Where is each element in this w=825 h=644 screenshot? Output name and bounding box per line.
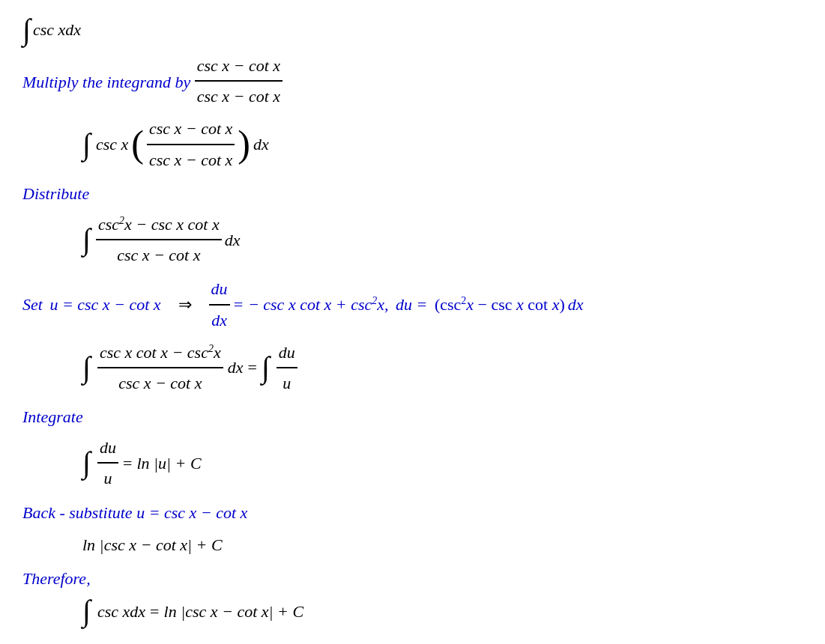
left-paren-1: ( [131, 128, 144, 160]
dx-2: dx [225, 227, 241, 253]
distribute-label: Distribute [22, 180, 803, 207]
du-dx-num: du [209, 276, 230, 305]
dist-frac2-den: csc x − cot x [115, 240, 202, 268]
csc-frac-rewrite-num: csc x cot x − csc2x [97, 339, 223, 368]
equals-final: = [150, 598, 159, 625]
implies-arrow: ⇒ [170, 291, 200, 318]
set-u-block: Set u = csc x − cot x ⇒ du dx = − csc x … [22, 276, 803, 396]
initial-expr: csc xdx [33, 16, 81, 43]
integrate-label: Integrate [22, 404, 803, 430]
dx-3: dx [228, 354, 244, 380]
therefore-block: Therefore, ∫ csc xdx = ln |csc x − cot x… [22, 565, 803, 626]
equals-1: = [247, 354, 256, 380]
csc-x-term: csc x [96, 131, 128, 157]
du-dx-fraction: du dx [209, 276, 230, 332]
integral-symbol-5: ∫ [262, 353, 270, 383]
integral-symbol-2: ∫ [82, 130, 91, 160]
distributed-fraction-2: csc2x − csc x cot x csc x − cot x [96, 211, 222, 268]
ln-result: ln |u| + C [136, 450, 201, 476]
back-sub-result: ln |csc x − cot x| + C [82, 532, 223, 558]
du-u-num: du [276, 339, 297, 368]
csc-fraction-rewrite: csc x cot x − csc2x csc x − cot x [97, 339, 223, 396]
multiply-label-block: Multiply the integrand by csc x − cot x … [22, 52, 803, 173]
math-content: ∫ csc xdx Multiply the integrand by csc … [22, 15, 803, 626]
multiply-frac-den: csc x − cot x [195, 82, 282, 109]
du-parens: (csc2x − csc x cot x) [430, 291, 564, 318]
du-dx-term: dx [568, 291, 584, 318]
distribute-block: Distribute ∫ csc2x − csc x cot x csc x −… [22, 180, 803, 269]
right-paren-1: ) [238, 128, 250, 160]
integral-symbol-1: ∫ [22, 15, 31, 45]
back-sub-label: Back - substitute [22, 499, 136, 526]
back-substitute-block: Back - substitute u = csc x − cot x ln |… [22, 499, 803, 558]
integral-symbol-7: ∫ [82, 596, 91, 626]
equals-2: = [123, 450, 132, 476]
final-csc-term: csc xdx [97, 598, 145, 625]
du-u2-num: du [97, 434, 118, 464]
integral-symbol-3: ∫ [82, 225, 91, 255]
final-result: ln |csc x − cot x| + C [164, 598, 304, 625]
set-label: Set [22, 291, 46, 318]
initial-integral: ∫ csc xdx [22, 15, 803, 45]
dist-frac1-num: csc x − cot x [147, 115, 235, 145]
du-u2-den: u [101, 464, 114, 491]
dx-1: dx [253, 131, 269, 157]
du-dx-den: dx [209, 306, 229, 333]
dist-frac2-num: csc2x − csc x cot x [96, 211, 222, 240]
du-u-fraction-2: du u [97, 434, 118, 491]
du-u-den: u [280, 368, 293, 396]
du-dx-eq: = − csc x cot x + csc2x, [233, 291, 389, 318]
csc-frac-rewrite-den: csc x − cot x [116, 368, 204, 396]
distributed-fraction-1: csc x − cot x csc x − cot x [147, 115, 235, 172]
integrate-block: Integrate ∫ du u = ln |u| + C [22, 404, 803, 492]
du-definition: du = [392, 291, 428, 318]
du-u-fraction: du u [276, 339, 297, 396]
back-sub-value: u = csc x − cot x [136, 499, 247, 526]
integral-symbol-6: ∫ [82, 448, 91, 478]
integral-symbol-4: ∫ [82, 353, 91, 383]
therefore-label: Therefore, [22, 565, 803, 592]
dist-frac1-den: csc x − cot x [147, 145, 235, 173]
multiply-frac-num: csc x − cot x [195, 52, 282, 82]
multiply-label: Multiply the integrand by [22, 69, 195, 95]
u-definition: u = csc x − cot x [49, 291, 160, 318]
multiply-fraction: csc x − cot x csc x − cot x [195, 52, 282, 109]
